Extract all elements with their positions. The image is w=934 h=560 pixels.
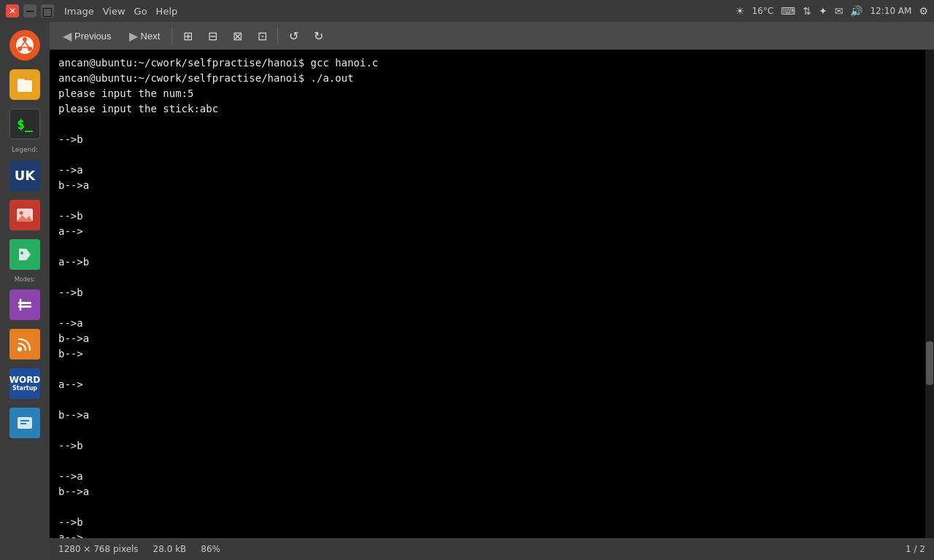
- toolbar-separator-2: [277, 27, 278, 44]
- terminal-output: ancan@ubuntu:~/cwork/selfpractise/hanoi$…: [50, 50, 925, 538]
- tag-icon: [15, 244, 35, 265]
- brightness-icon: ☀: [736, 5, 745, 17]
- file-size: 28.0 kB: [153, 544, 187, 554]
- modes-label: Modes:: [3, 276, 47, 284]
- temperature-display: 16°C: [752, 6, 773, 16]
- image-viewer-icon: [15, 205, 35, 225]
- terminal-prompt-icon: $_: [17, 117, 33, 132]
- svg-point-9: [20, 252, 23, 254]
- maximize-button[interactable]: □: [41, 4, 54, 18]
- system-menu: Image View Go Help: [64, 6, 177, 17]
- dock-feed[interactable]: [7, 327, 42, 362]
- previous-arrow-icon: ◀: [63, 29, 72, 43]
- svg-rect-4: [18, 80, 32, 92]
- menu-go[interactable]: Go: [134, 6, 147, 17]
- fullscreen-icon: ⊠: [233, 29, 242, 43]
- svg-point-12: [18, 347, 22, 351]
- legend-label: Legend:: [3, 146, 47, 154]
- settings-icon: ⚙: [919, 5, 928, 17]
- menu-help[interactable]: Help: [156, 6, 178, 17]
- system-bar-left: ✕ ─ □ Image View Go Help: [6, 4, 177, 18]
- dock-word[interactable]: WORD Startup: [7, 366, 42, 401]
- sync-icon: ⇅: [803, 5, 811, 17]
- dock-terminal[interactable]: $_: [7, 106, 42, 141]
- dock-uk[interactable]: UK: [7, 158, 42, 193]
- zoom-out-icon: ⊟: [208, 29, 217, 43]
- zoom-level: 86%: [201, 544, 220, 554]
- word-icon: WORD Startup: [9, 376, 41, 392]
- info-icon: ⊡: [258, 29, 267, 43]
- bottom-app-icon: [15, 413, 35, 433]
- next-button[interactable]: ▶ Next: [122, 25, 168, 47]
- toolbar-separator-1: [171, 27, 172, 44]
- dock-bottom-app[interactable]: [7, 405, 42, 440]
- ubuntu-icon: [15, 35, 35, 55]
- page-info: 1 / 2: [906, 544, 925, 554]
- svg-point-7: [20, 211, 23, 214]
- dock-tools[interactable]: [7, 287, 42, 322]
- tools-icon: [15, 295, 35, 315]
- info-button[interactable]: ⊡: [251, 25, 273, 47]
- scrollbar-thumb[interactable]: [926, 341, 933, 385]
- menu-image[interactable]: Image: [64, 6, 94, 17]
- close-icon: ✕: [9, 6, 16, 16]
- keyboard-icon: ⌨: [781, 5, 795, 17]
- menu-view[interactable]: View: [103, 6, 126, 17]
- close-button[interactable]: ✕: [6, 4, 19, 18]
- redo-button[interactable]: ↻: [307, 25, 329, 47]
- next-label: Next: [141, 31, 161, 42]
- minimize-button[interactable]: ─: [23, 4, 36, 18]
- zoom-fit-icon: ⊞: [183, 29, 193, 43]
- redo-icon: ↻: [314, 29, 323, 43]
- system-bar: ✕ ─ □ Image View Go Help ☀ 16°C ⌨ ⇅ ✦ ✉ …: [0, 0, 934, 22]
- dock-image-viewer[interactable]: [7, 198, 42, 233]
- previous-label: Previous: [74, 31, 112, 42]
- dock-files[interactable]: [7, 67, 42, 102]
- zoom-fit-button[interactable]: ⊞: [177, 25, 198, 47]
- minimize-icon: ─: [26, 4, 34, 18]
- status-bar: 934 × 560 pixels 28.0 kB 86% 1 / 2: [50, 538, 934, 560]
- zoom-out-button[interactable]: ⊟: [201, 25, 223, 47]
- dock-tag[interactable]: [7, 237, 42, 272]
- fullscreen-button[interactable]: ⊠: [226, 25, 248, 47]
- previous-button[interactable]: ◀ Previous: [55, 25, 119, 47]
- toolbar: ◀ Previous ▶ Next ⊞ ⊟ ⊠ ⊡ ↺ ↻: [50, 22, 934, 50]
- undo-button[interactable]: ↺: [282, 25, 304, 47]
- mail-icon: ✉: [835, 5, 844, 17]
- next-arrow-icon: ▶: [129, 29, 138, 43]
- image-dimensions: 934 × 560 pixels: [58, 544, 139, 554]
- files-icon: [15, 74, 35, 95]
- undo-icon: ↺: [289, 29, 298, 43]
- status-bar-left: 934 × 560 pixels 28.0 kB 86%: [58, 544, 220, 554]
- volume-icon: 🔊: [850, 5, 862, 17]
- system-bar-right: ☀ 16°C ⌨ ⇅ ✦ ✉ 🔊 12:10 AM ⚙: [736, 5, 928, 17]
- bluetooth-icon: ✦: [819, 5, 827, 17]
- uk-icon: UK: [15, 168, 36, 183]
- application-dock: $_ Legend: UK Modes:: [0, 22, 50, 560]
- dock-ubuntu-logo[interactable]: [7, 28, 42, 63]
- svg-rect-5: [18, 79, 25, 82]
- maximize-icon: □: [42, 4, 53, 18]
- time-display: 12:10 AM: [870, 6, 911, 16]
- main-content-area: ancan@ubuntu:~/cwork/selfpractise/hanoi$…: [50, 50, 925, 538]
- scrollbar[interactable]: [925, 50, 934, 538]
- feed-icon: [15, 334, 35, 354]
